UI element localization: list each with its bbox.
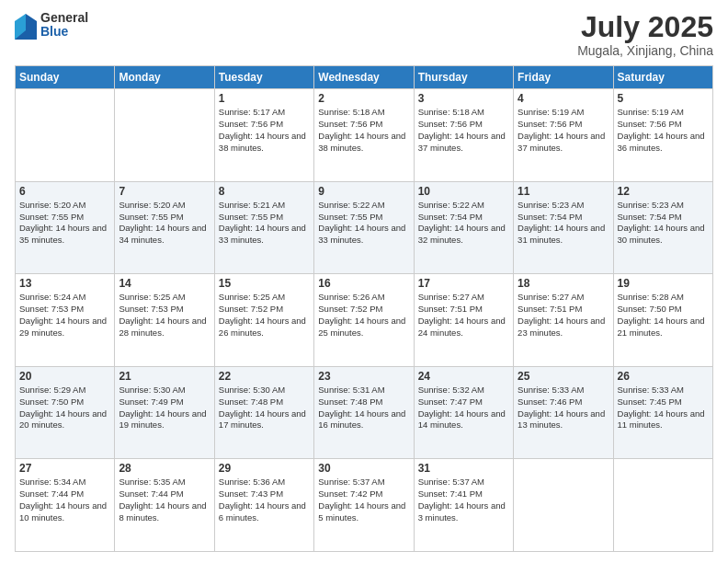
- title-block: July 2025 Mugala, Xinjiang, China: [577, 11, 713, 58]
- col-saturday: Saturday: [613, 66, 712, 89]
- cell-date: 24: [418, 370, 509, 383]
- cell-date: 20: [19, 370, 110, 383]
- cell-info: Sunrise: 5:30 AM Sunset: 7:48 PM Dayligh…: [219, 385, 310, 431]
- cell-date: 5: [618, 92, 709, 105]
- cell-date: 2: [318, 92, 409, 105]
- cell-date: 29: [219, 462, 310, 475]
- cell-date: 31: [418, 462, 509, 475]
- cell-5-5: 31Sunrise: 5:37 AM Sunset: 7:41 PM Dayli…: [414, 459, 513, 552]
- cell-date: 17: [418, 277, 509, 290]
- cell-4-6: 25Sunrise: 5:33 AM Sunset: 7:46 PM Dayli…: [514, 366, 613, 459]
- week-row-4: 20Sunrise: 5:29 AM Sunset: 7:50 PM Dayli…: [16, 366, 713, 459]
- cell-date: 21: [119, 370, 210, 383]
- cell-4-2: 21Sunrise: 5:30 AM Sunset: 7:49 PM Dayli…: [115, 366, 214, 459]
- cell-date: 4: [518, 92, 609, 105]
- cell-3-3: 15Sunrise: 5:25 AM Sunset: 7:52 PM Dayli…: [214, 274, 313, 367]
- calendar-header-row: Sunday Monday Tuesday Wednesday Thursday…: [16, 66, 713, 89]
- cell-date: 9: [318, 185, 409, 198]
- cell-date: 30: [318, 462, 409, 475]
- cell-date: 26: [618, 370, 709, 383]
- cell-info: Sunrise: 5:22 AM Sunset: 7:54 PM Dayligh…: [418, 200, 509, 247]
- cell-info: Sunrise: 5:20 AM Sunset: 7:55 PM Dayligh…: [19, 200, 110, 247]
- cell-info: Sunrise: 5:35 AM Sunset: 7:44 PM Dayligh…: [119, 477, 210, 523]
- cell-1-3: 1Sunrise: 5:17 AM Sunset: 7:56 PM Daylig…: [214, 89, 313, 182]
- week-row-5: 27Sunrise: 5:34 AM Sunset: 7:44 PM Dayli…: [16, 459, 713, 552]
- cell-info: Sunrise: 5:25 AM Sunset: 7:52 PM Dayligh…: [219, 292, 310, 339]
- cell-info: Sunrise: 5:33 AM Sunset: 7:46 PM Dayligh…: [518, 385, 609, 431]
- page: General Blue July 2025 Mugala, Xinjiang,…: [0, 0, 728, 563]
- cell-date: 25: [518, 370, 609, 383]
- cell-date: 27: [19, 462, 110, 475]
- cell-info: Sunrise: 5:21 AM Sunset: 7:55 PM Dayligh…: [219, 200, 310, 247]
- cell-4-5: 24Sunrise: 5:32 AM Sunset: 7:47 PM Dayli…: [414, 366, 513, 459]
- logo-blue: Blue: [40, 25, 88, 39]
- col-sunday: Sunday: [16, 66, 115, 89]
- cell-info: Sunrise: 5:34 AM Sunset: 7:44 PM Dayligh…: [19, 477, 110, 523]
- cell-info: Sunrise: 5:33 AM Sunset: 7:45 PM Dayligh…: [618, 385, 709, 431]
- cell-info: Sunrise: 5:23 AM Sunset: 7:54 PM Dayligh…: [518, 200, 609, 247]
- cell-date: 19: [618, 277, 709, 290]
- cell-3-6: 18Sunrise: 5:27 AM Sunset: 7:51 PM Dayli…: [514, 274, 613, 367]
- cell-date: 23: [318, 370, 409, 383]
- cell-5-1: 27Sunrise: 5:34 AM Sunset: 7:44 PM Dayli…: [16, 459, 115, 552]
- cell-info: Sunrise: 5:27 AM Sunset: 7:51 PM Dayligh…: [518, 292, 609, 339]
- cell-2-2: 7Sunrise: 5:20 AM Sunset: 7:55 PM Daylig…: [115, 181, 214, 274]
- cell-5-7: [613, 459, 712, 552]
- cell-1-4: 2Sunrise: 5:18 AM Sunset: 7:56 PM Daylig…: [314, 89, 414, 182]
- week-row-2: 6Sunrise: 5:20 AM Sunset: 7:55 PM Daylig…: [16, 181, 713, 274]
- month-title: July 2025: [577, 11, 713, 43]
- col-monday: Monday: [115, 66, 214, 89]
- cell-info: Sunrise: 5:18 AM Sunset: 7:56 PM Dayligh…: [418, 107, 509, 154]
- cell-info: Sunrise: 5:30 AM Sunset: 7:49 PM Dayligh…: [119, 385, 210, 431]
- cell-info: Sunrise: 5:27 AM Sunset: 7:51 PM Dayligh…: [418, 292, 509, 339]
- logo-icon: [15, 14, 37, 40]
- cell-2-6: 11Sunrise: 5:23 AM Sunset: 7:54 PM Dayli…: [514, 181, 613, 274]
- cell-4-3: 22Sunrise: 5:30 AM Sunset: 7:48 PM Dayli…: [214, 366, 313, 459]
- cell-1-5: 3Sunrise: 5:18 AM Sunset: 7:56 PM Daylig…: [414, 89, 513, 182]
- cell-info: Sunrise: 5:24 AM Sunset: 7:53 PM Dayligh…: [19, 292, 110, 339]
- cell-info: Sunrise: 5:37 AM Sunset: 7:42 PM Dayligh…: [318, 477, 409, 523]
- cell-date: 28: [119, 462, 210, 475]
- cell-date: 6: [19, 185, 110, 198]
- cell-2-4: 9Sunrise: 5:22 AM Sunset: 7:55 PM Daylig…: [314, 181, 414, 274]
- cell-1-2: [115, 89, 214, 182]
- cell-1-7: 5Sunrise: 5:19 AM Sunset: 7:56 PM Daylig…: [613, 89, 712, 182]
- week-row-3: 13Sunrise: 5:24 AM Sunset: 7:53 PM Dayli…: [16, 274, 713, 367]
- cell-date: 3: [418, 92, 509, 105]
- cell-date: 13: [19, 277, 110, 290]
- cell-2-1: 6Sunrise: 5:20 AM Sunset: 7:55 PM Daylig…: [16, 181, 115, 274]
- col-thursday: Thursday: [414, 66, 513, 89]
- cell-info: Sunrise: 5:26 AM Sunset: 7:52 PM Dayligh…: [318, 292, 409, 339]
- cell-date: 22: [219, 370, 310, 383]
- cell-info: Sunrise: 5:31 AM Sunset: 7:48 PM Dayligh…: [318, 385, 409, 431]
- cell-date: 14: [119, 277, 210, 290]
- cell-5-2: 28Sunrise: 5:35 AM Sunset: 7:44 PM Dayli…: [115, 459, 214, 552]
- cell-1-1: [16, 89, 115, 182]
- cell-5-3: 29Sunrise: 5:36 AM Sunset: 7:43 PM Dayli…: [214, 459, 313, 552]
- cell-info: Sunrise: 5:22 AM Sunset: 7:55 PM Dayligh…: [318, 200, 409, 247]
- cell-info: Sunrise: 5:28 AM Sunset: 7:50 PM Dayligh…: [618, 292, 709, 339]
- week-row-1: 1Sunrise: 5:17 AM Sunset: 7:56 PM Daylig…: [16, 89, 713, 182]
- cell-date: 12: [618, 185, 709, 198]
- cell-4-7: 26Sunrise: 5:33 AM Sunset: 7:45 PM Dayli…: [613, 366, 712, 459]
- cell-info: Sunrise: 5:37 AM Sunset: 7:41 PM Dayligh…: [418, 477, 509, 523]
- cell-2-5: 10Sunrise: 5:22 AM Sunset: 7:54 PM Dayli…: [414, 181, 513, 274]
- cell-date: 8: [219, 185, 310, 198]
- cell-2-3: 8Sunrise: 5:21 AM Sunset: 7:55 PM Daylig…: [214, 181, 313, 274]
- col-wednesday: Wednesday: [314, 66, 414, 89]
- cell-info: Sunrise: 5:17 AM Sunset: 7:56 PM Dayligh…: [219, 107, 310, 154]
- cell-3-7: 19Sunrise: 5:28 AM Sunset: 7:50 PM Dayli…: [613, 274, 712, 367]
- cell-date: 11: [518, 185, 609, 198]
- cell-date: 16: [318, 277, 409, 290]
- cell-3-2: 14Sunrise: 5:25 AM Sunset: 7:53 PM Dayli…: [115, 274, 214, 367]
- cell-3-5: 17Sunrise: 5:27 AM Sunset: 7:51 PM Dayli…: [414, 274, 513, 367]
- cell-5-4: 30Sunrise: 5:37 AM Sunset: 7:42 PM Dayli…: [314, 459, 414, 552]
- cell-info: Sunrise: 5:29 AM Sunset: 7:50 PM Dayligh…: [19, 385, 110, 431]
- cell-date: 7: [119, 185, 210, 198]
- col-friday: Friday: [514, 66, 613, 89]
- cell-4-4: 23Sunrise: 5:31 AM Sunset: 7:48 PM Dayli…: [314, 366, 414, 459]
- logo-text: General Blue: [40, 11, 88, 40]
- cell-date: 18: [518, 277, 609, 290]
- cell-5-6: [514, 459, 613, 552]
- cell-info: Sunrise: 5:19 AM Sunset: 7:56 PM Dayligh…: [618, 107, 709, 154]
